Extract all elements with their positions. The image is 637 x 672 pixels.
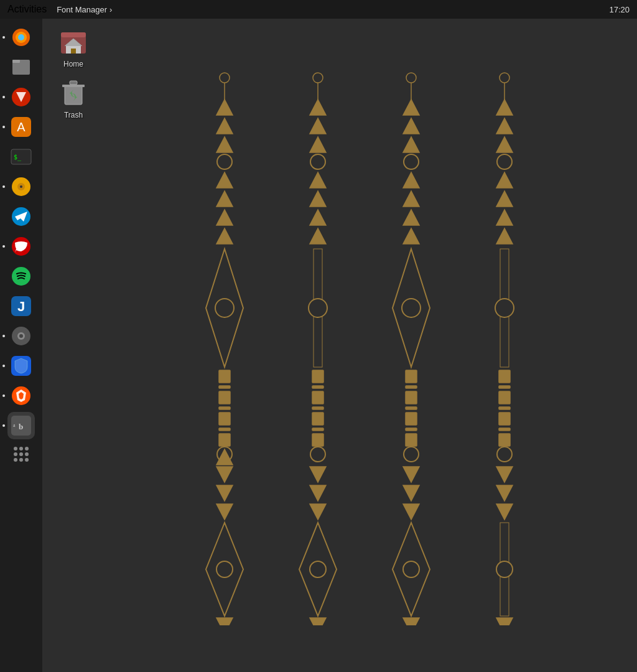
svg-rect-108 [406,428,417,431]
svg-marker-97 [403,172,419,188]
dot [19,452,23,456]
svg-marker-54 [216,485,233,501]
dock-icon-rocketchat[interactable] [7,233,35,260]
svg-marker-38 [216,172,233,188]
app-title-button[interactable]: Font Manager › [57,5,112,14]
svg-marker-95 [403,137,419,152]
svg-rect-27 [61,32,86,37]
svg-point-86 [310,561,326,577]
dock-icon-telegram[interactable] [7,203,35,230]
svg-marker-99 [403,210,419,225]
svg-rect-107 [406,413,417,425]
svg-point-20 [19,334,23,338]
dock-icon-settings[interactable] [7,322,35,350]
dock-icon-fontmanager[interactable]: a b [7,412,35,439]
svg-marker-35 [216,118,233,134]
dot [19,458,23,462]
svg-rect-30 [62,85,85,87]
svg-point-96 [404,154,419,169]
ornament-chain-1 [203,65,246,625]
dot [14,452,17,456]
svg-point-73 [309,299,327,317]
svg-marker-83 [310,485,326,501]
dock-icon-rhythmbox[interactable] [7,173,35,200]
svg-rect-105 [406,391,417,404]
svg-point-139 [497,447,512,462]
svg-marker-53 [216,467,233,482]
ornament-chain-4 [483,65,526,625]
svg-rect-76 [312,391,323,404]
svg-point-32 [220,73,230,83]
ornament-chain-3 [389,65,433,625]
svg-marker-122 [496,100,513,115]
svg-rect-47 [219,407,230,409]
dock-icon-bitwarden[interactable] [7,352,35,380]
svg-marker-84 [310,504,326,520]
svg-marker-128 [496,210,513,225]
dock-icon-vivaldi[interactable] [7,83,35,111]
svg-rect-4 [12,60,20,63]
svg-marker-111 [403,467,419,482]
svg-text:b: b [19,422,23,431]
trash-icon [58,78,88,108]
svg-rect-31 [70,81,77,85]
dock-icon-spotify[interactable] [7,263,35,290]
svg-marker-94 [403,118,419,134]
home-label: Home [63,60,83,68]
svg-rect-49 [219,428,230,431]
svg-marker-82 [310,467,326,482]
activities-button[interactable]: Activities [7,4,47,15]
svg-point-91 [406,73,416,83]
svg-rect-77 [312,407,323,409]
svg-point-37 [217,154,232,169]
svg-marker-41 [216,228,233,244]
svg-marker-36 [216,137,233,152]
svg-rect-136 [499,413,510,425]
svg-marker-140 [496,467,513,482]
svg-marker-124 [496,137,513,152]
dock-icon-joplin[interactable]: J [7,292,35,320]
dot [14,458,17,462]
svg-rect-138 [499,434,510,446]
desktop-icons-area: Home Trash [49,25,98,122]
app-title-text: Font Manager [57,5,107,14]
desktop: Home Trash [42,19,637,672]
svg-marker-93 [403,100,419,115]
dock-icon-appstore[interactable]: A [7,113,35,141]
svg-marker-55 [216,504,233,520]
svg-rect-46 [219,391,230,404]
svg-rect-80 [312,434,323,446]
dot [19,447,23,450]
svg-marker-34 [216,100,233,115]
svg-rect-45 [219,386,230,388]
dock-icon-brave[interactable] [7,382,35,409]
svg-marker-127 [496,191,513,207]
svg-rect-48 [219,413,230,425]
svg-marker-64 [310,100,326,115]
dot [25,458,29,462]
desktop-icon-home[interactable]: Home [49,25,98,71]
svg-point-125 [497,154,512,169]
svg-point-110 [404,447,419,462]
font-preview-area [92,19,637,672]
ornament-container [203,65,526,625]
svg-marker-58 [216,618,233,625]
svg-marker-129 [496,228,513,244]
svg-rect-103 [406,370,417,383]
dock-icon-firefox[interactable] [7,24,35,51]
topbar: Activities Font Manager › 17:20 [0,0,637,19]
dock-icon-files[interactable] [7,54,35,81]
svg-text:$_: $_ [14,154,22,161]
ornament-chain-2 [296,65,340,625]
svg-point-120 [500,73,509,83]
app-grid-dots[interactable] [14,447,29,462]
svg-marker-123 [496,118,513,134]
svg-marker-112 [403,485,419,501]
svg-marker-70 [310,210,326,225]
svg-marker-40 [216,210,233,225]
desktop-icon-trash[interactable]: Trash [49,76,98,122]
svg-point-81 [310,447,325,462]
svg-rect-106 [406,407,417,409]
svg-rect-135 [499,407,510,409]
dock-icon-terminal[interactable]: $_ [7,143,35,170]
